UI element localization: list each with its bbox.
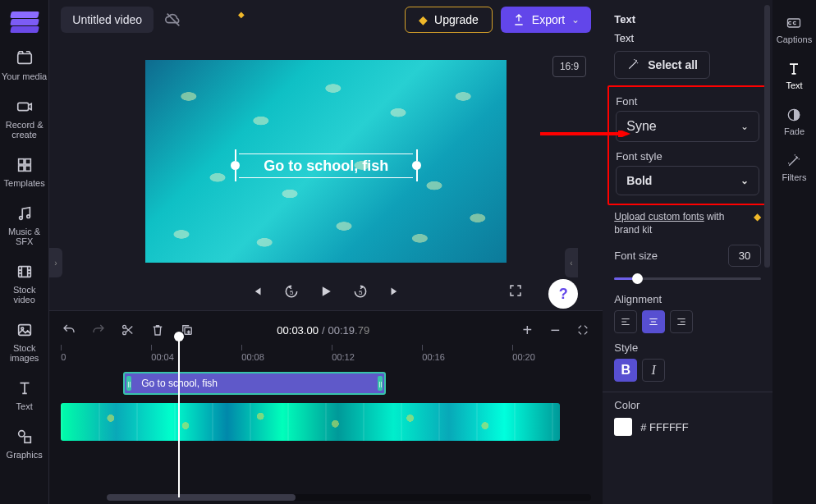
- svg-rect-2: [18, 159, 23, 164]
- delete-button[interactable]: [149, 322, 166, 338]
- nav-label: Music & SFX: [2, 227, 47, 246]
- zoom-out-button[interactable]: −: [547, 322, 563, 338]
- shapes-icon: [16, 428, 34, 446]
- film-icon: [16, 263, 34, 281]
- diamond-icon: ◆: [754, 210, 761, 223]
- nav-stock-images[interactable]: Stock images: [0, 321, 48, 363]
- svg-text:+: +: [187, 329, 190, 334]
- color-swatch: [614, 418, 632, 436]
- font-size-input[interactable]: 30: [728, 245, 761, 267]
- undo-button[interactable]: [61, 322, 77, 338]
- nav-your-media[interactable]: Your media: [0, 49, 48, 81]
- slider-knob[interactable]: [632, 273, 643, 284]
- svg-point-11: [18, 431, 24, 437]
- nav-text[interactable]: Text: [0, 379, 48, 411]
- video-clip[interactable]: [61, 403, 560, 441]
- color-picker[interactable]: # FFFFFF: [614, 418, 761, 436]
- overlay-text: Go to school, fish: [264, 158, 388, 175]
- resize-handle-left[interactable]: [231, 161, 240, 170]
- svg-rect-5: [25, 166, 30, 171]
- templates-icon: [16, 156, 34, 174]
- nav-label: Stock images: [2, 343, 47, 363]
- rewind-5-button[interactable]: 5: [280, 280, 303, 303]
- color-hex-value: # FFFFFF: [640, 421, 689, 433]
- timeline-tracks: || Go to school, fish ||: [49, 362, 603, 441]
- align-right-button[interactable]: [670, 310, 693, 333]
- align-center-button[interactable]: [642, 310, 665, 333]
- font-field-label: Font: [616, 95, 759, 108]
- nav-label: Text: [16, 401, 33, 411]
- font-size-slider[interactable]: [614, 272, 761, 285]
- italic-button[interactable]: I: [642, 359, 665, 382]
- preview-stage[interactable]: Go to school, fish: [145, 60, 507, 263]
- playback-controls: 5 5: [49, 273, 603, 310]
- panel-title: Text: [614, 13, 761, 25]
- rail-captions[interactable]: Captions: [777, 15, 812, 44]
- text-clip[interactable]: || Go to school, fish ||: [123, 372, 386, 395]
- nav-label: Templates: [4, 178, 45, 188]
- skip-start-button[interactable]: [245, 280, 268, 303]
- font-style-value: Bold: [626, 174, 652, 187]
- style-label: Style: [614, 341, 761, 354]
- alignment-label: Alignment: [614, 293, 761, 305]
- nav-stock-video[interactable]: Stock video: [0, 263, 48, 305]
- align-left-button[interactable]: [614, 310, 637, 333]
- image-icon: [16, 321, 34, 339]
- annotation-highlight-box: Font Syne ⌄ Font style Bold ⌄: [607, 85, 768, 205]
- scrollbar-thumb[interactable]: [107, 494, 296, 501]
- playhead[interactable]: [178, 336, 180, 497]
- skip-end-button[interactable]: [383, 280, 406, 303]
- project-title-input[interactable]: Untitled video: [61, 7, 154, 33]
- nav-music-sfx[interactable]: Music & SFX: [0, 204, 48, 246]
- nav-record-create[interactable]: Record & create: [0, 98, 48, 140]
- timeline-ruler[interactable]: 0 00:04 00:08 00:12 00:16 00:20: [49, 344, 603, 362]
- nav-label: Your media: [2, 71, 47, 81]
- properties-panel: Text Text Select all Font Syne ⌄ Font st…: [603, 0, 772, 504]
- main-area: ◆ Untitled video ◆ Upgrade Export ⌄ 16:9…: [49, 0, 603, 504]
- stage-wrap: 16:9 Go to school, fish 5 5 ? ⌄: [49, 39, 603, 310]
- clip-trim-right[interactable]: ||: [378, 376, 383, 391]
- premium-diamond-icon: ◆: [238, 10, 245, 19]
- select-all-button[interactable]: Select all: [614, 51, 710, 79]
- panel-scrollbar[interactable]: [764, 5, 770, 268]
- rail-fade[interactable]: Fade: [784, 107, 805, 136]
- fullscreen-button[interactable]: [504, 279, 527, 302]
- text-element-selected[interactable]: Go to school, fish: [236, 154, 416, 177]
- expand-left-handle[interactable]: ›: [49, 248, 62, 277]
- clip-trim-left[interactable]: ||: [126, 376, 131, 391]
- upgrade-button[interactable]: ◆ Upgrade: [405, 7, 493, 33]
- cloud-off-icon[interactable]: [162, 8, 185, 31]
- fit-timeline-button[interactable]: [575, 322, 591, 338]
- forward-5-button[interactable]: 5: [349, 280, 372, 303]
- help-button[interactable]: ?: [548, 279, 578, 309]
- export-label: Export: [532, 13, 565, 26]
- nav-label: Stock video: [2, 285, 47, 305]
- svg-rect-9: [18, 325, 30, 336]
- font-family-dropdown[interactable]: Syne ⌄: [616, 111, 759, 142]
- add-track-button[interactable]: +: [519, 322, 535, 338]
- timeline: + 00:03.00 / 00:19.79 + − 0 00:04 00:08 …: [49, 310, 603, 504]
- captions-icon: [786, 15, 802, 31]
- upload-fonts-link[interactable]: Upload custom fonts with brand kit ◆: [614, 210, 761, 236]
- expand-right-handle[interactable]: ‹: [565, 248, 578, 277]
- export-button[interactable]: Export ⌄: [501, 7, 591, 33]
- svg-point-7: [26, 215, 30, 218]
- left-sidebar: Your media Record & create Templates Mus…: [0, 0, 49, 504]
- nav-templates[interactable]: Templates: [0, 156, 48, 188]
- svg-rect-12: [25, 437, 30, 442]
- right-rail: Captions Text Fade Filters: [772, 0, 816, 504]
- redo-button[interactable]: [90, 322, 107, 338]
- rail-filters[interactable]: Filters: [782, 153, 806, 182]
- nav-graphics[interactable]: Graphics: [0, 428, 48, 460]
- rail-label: Filters: [782, 172, 806, 182]
- diamond-icon: ◆: [419, 13, 428, 26]
- timeline-toolbar: + 00:03.00 / 00:19.79 + −: [49, 316, 603, 344]
- aspect-ratio-button[interactable]: 16:9: [552, 56, 586, 77]
- text-icon: [16, 379, 34, 397]
- rail-label: Text: [786, 80, 802, 90]
- font-style-dropdown[interactable]: Bold ⌄: [616, 166, 759, 195]
- rail-text[interactable]: Text: [786, 61, 802, 90]
- split-button[interactable]: [120, 322, 136, 338]
- bold-button[interactable]: B: [614, 359, 637, 382]
- play-button[interactable]: [314, 280, 337, 303]
